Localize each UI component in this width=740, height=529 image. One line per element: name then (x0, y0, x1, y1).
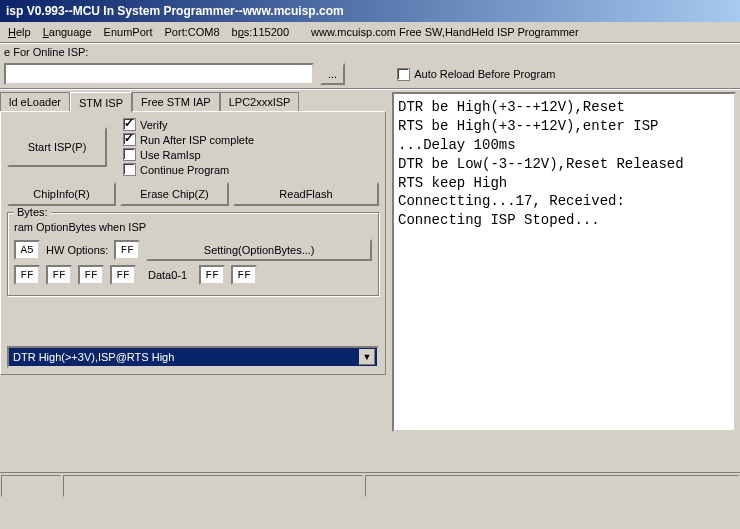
menu-port[interactable]: Port:COM8 (161, 24, 224, 40)
erase-chip-button[interactable]: Erase Chip(Z) (120, 182, 229, 206)
menu-enumport[interactable]: EnumPort (100, 24, 157, 40)
hex-d1[interactable] (231, 265, 257, 285)
tab-lpc2xxx[interactable]: LPC2xxxISP (220, 92, 300, 111)
status-bar (0, 472, 740, 499)
tab-eloader[interactable]: ld eLoader (0, 92, 70, 111)
status-cell-1 (1, 475, 61, 497)
hex-a5[interactable] (14, 240, 40, 260)
hw-options-label: HW Options: (46, 244, 108, 256)
verify-checkbox[interactable]: Verify (123, 118, 254, 131)
hex-b1[interactable] (14, 265, 40, 285)
title-bar: isp V0.993--MCU In System Programmer--ww… (0, 0, 740, 22)
status-cell-2 (63, 475, 363, 497)
online-isp-label: e For Online ISP: (0, 44, 740, 60)
tab-content: Start ISP(P) Verify Run After ISP comple… (0, 111, 386, 375)
left-panel: ld eLoader STM ISP Free STM IAP LPC2xxxI… (0, 90, 390, 470)
setting-optionbytes-button[interactable]: Setting(OptionBytes...) (146, 239, 372, 261)
hex-b3[interactable] (78, 265, 104, 285)
status-cell-3 (365, 475, 739, 497)
window-title: isp V0.993--MCU In System Programmer--ww… (6, 4, 344, 18)
right-panel: DTR be High(+3--+12V),Reset RTS be High(… (390, 90, 740, 470)
continue-program-checkbox[interactable]: Continue Program (123, 163, 254, 176)
hex-d0[interactable] (199, 265, 225, 285)
program-optionbytes-label: ram OptionBytes when ISP (14, 221, 372, 233)
reset-mode-dropdown[interactable]: DTR High(>+3V),ISP@RTS High ▼ (7, 346, 379, 368)
use-ramisp-checkbox[interactable]: Use RamIsp (123, 148, 254, 161)
hex-hwopt[interactable] (114, 240, 140, 260)
data01-label: Data0-1 (148, 269, 187, 281)
browse-button[interactable]: ... (320, 63, 345, 85)
auto-reload-label: Auto Reload Before Program (414, 68, 555, 80)
menu-help[interactable]: Help (4, 24, 35, 40)
run-after-checkbox[interactable]: Run After ISP complete (123, 133, 254, 146)
hex-b4[interactable] (110, 265, 136, 285)
check-icon (123, 133, 136, 146)
group-label: Bytes: (14, 206, 51, 218)
dropdown-value: DTR High(>+3V),ISP@RTS High (13, 351, 174, 363)
tab-stm-isp[interactable]: STM ISP (70, 92, 132, 112)
file-path-input[interactable] (4, 63, 314, 85)
option-bytes-group: Bytes: ram OptionBytes when ISP HW Optio… (7, 212, 379, 296)
tab-strip: ld eLoader STM ISP Free STM IAP LPC2xxxI… (0, 92, 386, 111)
menu-bar: Help Language EnumPort Port:COM8 bps:115… (0, 22, 740, 42)
menu-link[interactable]: www.mcuisp.com Free SW,HandHeld ISP Prog… (307, 24, 583, 40)
checkbox-box-icon (123, 148, 136, 161)
start-isp-button[interactable]: Start ISP(P) (7, 127, 107, 167)
chevron-down-icon: ▼ (359, 349, 375, 365)
menu-bps[interactable]: bps:115200 (228, 24, 294, 40)
checkbox-box-icon (397, 68, 410, 81)
menu-language[interactable]: Language (39, 24, 96, 40)
auto-reload-checkbox[interactable]: Auto Reload Before Program (397, 68, 555, 81)
file-toolbar: ... Auto Reload Before Program (0, 60, 740, 88)
check-icon (123, 118, 136, 131)
tab-free-stm-iap[interactable]: Free STM IAP (132, 92, 220, 111)
checkbox-box-icon (123, 163, 136, 176)
chipinfo-button[interactable]: ChipInfo(R) (7, 182, 116, 206)
hex-b2[interactable] (46, 265, 72, 285)
log-output: DTR be High(+3--+12V),Reset RTS be High(… (392, 92, 736, 432)
readflash-button[interactable]: ReadFlash (233, 182, 379, 206)
